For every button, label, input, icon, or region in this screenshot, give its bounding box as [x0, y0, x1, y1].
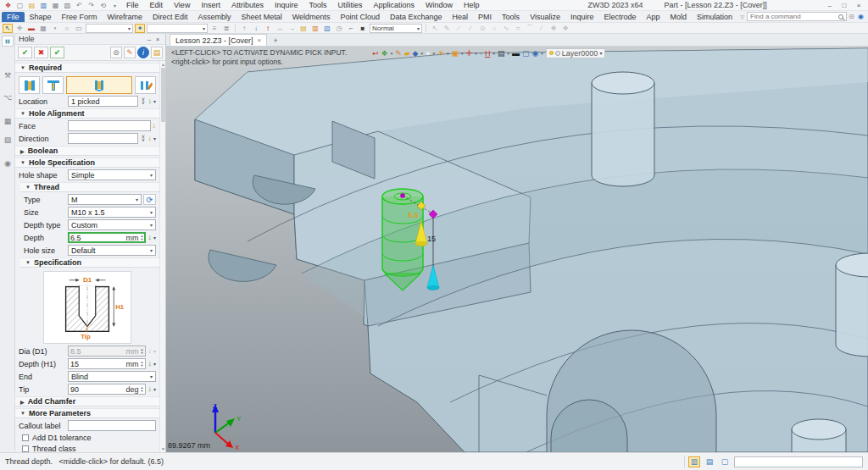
hole-depth-input[interactable]: 15 mm ▲▼	[68, 358, 146, 369]
tip-angle-input[interactable]: 90 deg ▲▼	[68, 384, 146, 395]
help-icon[interactable]: ◉	[856, 13, 865, 21]
ribbon-tab-simulation[interactable]: Simulation	[692, 12, 737, 22]
callout-input[interactable]	[68, 420, 156, 431]
panel-minimize-icon[interactable]: –	[145, 35, 153, 43]
filter-toggle-icon[interactable]: ▥	[688, 456, 700, 467]
constraint-icon-3[interactable]: ↕	[263, 24, 273, 33]
pick-arrow-icon[interactable]: ↖	[3, 24, 13, 33]
hole-type-clearance-button[interactable]	[42, 76, 64, 94]
menu-applications[interactable]: Applications	[370, 1, 420, 9]
align-icon-2[interactable]: ≣	[221, 24, 231, 33]
ribbon-tab-dataexchange[interactable]: Data Exchange	[385, 12, 448, 22]
dock-role-icon[interactable]: ◉	[2, 158, 14, 169]
tab-close-icon[interactable]: ×	[258, 36, 262, 44]
redo-icon[interactable]: ↷	[86, 1, 96, 9]
section-required[interactable]: ▼ Required	[15, 63, 159, 73]
direction-picker-icon[interactable]: ↓	[147, 135, 152, 142]
print-icon[interactable]: ▦	[51, 1, 60, 9]
doc-page-icon[interactable]: ▤	[151, 47, 163, 58]
gallery-icon[interactable]: ▧	[322, 24, 332, 33]
reset-button[interactable]: ⊜	[110, 47, 122, 58]
tip-dropdown-icon[interactable]: ▾	[153, 386, 156, 392]
ribbon-tab-electrode[interactable]: Electrode	[599, 12, 642, 22]
wireframe-box-icon[interactable]: ▢	[522, 49, 530, 58]
ribbon-tab-shape[interactable]: Shape	[25, 12, 57, 22]
minimize-button[interactable]: –	[824, 1, 836, 9]
menu-help[interactable]: Help	[459, 1, 484, 9]
constraint-icon-1[interactable]: ↑	[239, 24, 249, 33]
restore-button[interactable]: □	[838, 1, 850, 9]
hole-center-point[interactable]	[400, 193, 405, 198]
datum-icon[interactable]: ❖	[381, 49, 388, 58]
hole-dialog-header[interactable]: Hole – ×	[15, 34, 165, 45]
hole-depth-dropdown-icon[interactable]: ▾	[153, 361, 156, 367]
hole-size-select[interactable]: Default▾	[68, 245, 156, 256]
menu-insert[interactable]: Insert	[197, 1, 225, 9]
settings-icon[interactable]: ⊙	[847, 13, 856, 21]
ribbon-tab-tools[interactable]: Tools	[497, 12, 525, 22]
quick-access-dropdown-icon[interactable]: ▾	[110, 1, 120, 9]
scroll-down-icon[interactable]: ▼	[160, 445, 165, 452]
hole-preview-body[interactable]	[382, 196, 423, 276]
location-picker-icon[interactable]: ↓	[147, 97, 152, 105]
brush-icon[interactable]: ✎	[124, 47, 136, 58]
image-tool-icon[interactable]: ▦	[38, 24, 48, 33]
style-combo[interactable]: Normal▾	[370, 24, 422, 33]
face-picker-icon[interactable]: ↓	[153, 122, 157, 130]
display-monitor-icon[interactable]: ▤	[704, 456, 715, 467]
status-input[interactable]	[734, 456, 863, 467]
hole-shape-select[interactable]: Simple▾	[68, 169, 156, 180]
end-select[interactable]: Blind▾	[68, 371, 156, 382]
hole-depth-spinner[interactable]: ▲▼	[141, 361, 144, 368]
ribbon-tab-directedit[interactable]: Direct Edit	[147, 12, 193, 22]
ribbon-tab-pointcloud[interactable]: Point Cloud	[336, 12, 386, 22]
part-model[interactable]	[166, 47, 868, 452]
thread-depth-dropdown-icon[interactable]: ▾	[153, 235, 156, 241]
tip-picker-icon[interactable]: ↓	[147, 385, 152, 393]
ribbon-tab-pmi[interactable]: PMI	[473, 12, 497, 22]
hole-depth-dimension[interactable]: 15	[427, 235, 436, 243]
scrollbar-thumb[interactable]	[161, 68, 165, 122]
location-picker-dropdown-icon[interactable]: ▾	[153, 98, 156, 104]
folder-icon[interactable]: ▤	[298, 24, 309, 33]
dock-manager-icon[interactable]: ⚒	[2, 69, 14, 81]
circle-tool-icon[interactable]: ○	[62, 24, 72, 33]
ok-button[interactable]: ✔	[18, 47, 32, 58]
menu-attributes[interactable]: Attributes	[227, 1, 268, 9]
hole-depth-picker-icon[interactable]: ↓	[147, 360, 152, 368]
tip-angle-spinner[interactable]: ▲▼	[141, 386, 144, 393]
menu-view[interactable]: View	[170, 1, 194, 9]
history-clock-icon[interactable]: ◷	[334, 24, 344, 33]
align-icon-1[interactable]: ≡	[209, 24, 220, 33]
direction-input[interactable]	[68, 133, 138, 144]
expand-list-icon[interactable]: ∨∨	[140, 135, 146, 141]
window-zoom-icon[interactable]: ▫	[480, 49, 482, 58]
section-view-icon[interactable]: H	[485, 49, 491, 58]
view-cube-icon[interactable]: ◆	[413, 49, 419, 58]
panel-close-icon[interactable]: ×	[153, 35, 162, 43]
new-file-icon[interactable]: ▢	[15, 1, 25, 9]
ribbon-tab-sheetmetal[interactable]: Sheet Metal	[236, 12, 287, 22]
section-add-chamfer[interactable]: ▶ Add Chamfer	[15, 396, 159, 406]
find-command-input[interactable]	[750, 13, 837, 20]
folder-open-icon[interactable]: ▥	[310, 24, 320, 33]
display-manager-icon[interactable]: ▤	[498, 49, 505, 58]
cancel-button[interactable]: ✖	[34, 47, 48, 58]
constraint-icon-5[interactable]: →	[287, 24, 297, 33]
collapse-ribbon-icon[interactable]: ▽	[737, 13, 747, 21]
layer-folder-icon[interactable]: ▰	[404, 49, 410, 58]
thread-size-select[interactable]: M10 x 1.5▾	[68, 207, 156, 218]
ribbon-tab-inquire[interactable]: Inquire	[565, 12, 599, 22]
edge-display-icon[interactable]: ▬	[512, 49, 520, 58]
hole-type-general-button[interactable]	[19, 76, 40, 94]
solid-icon[interactable]: ■	[358, 24, 368, 33]
menu-utilities[interactable]: Utilities	[333, 1, 366, 9]
section-thread[interactable]: ▼ Thread	[20, 182, 159, 192]
undo-icon[interactable]: ↶	[75, 1, 84, 9]
image-dropdown-icon[interactable]: ▾	[50, 24, 60, 33]
checkbox[interactable]	[22, 445, 29, 452]
dynamic-pick-icon[interactable]: ✦	[135, 24, 145, 33]
menu-file[interactable]: File	[122, 1, 143, 9]
section-specification[interactable]: ▼ Specification	[20, 257, 159, 268]
expand-list-icon[interactable]: ∨∨	[140, 98, 146, 104]
